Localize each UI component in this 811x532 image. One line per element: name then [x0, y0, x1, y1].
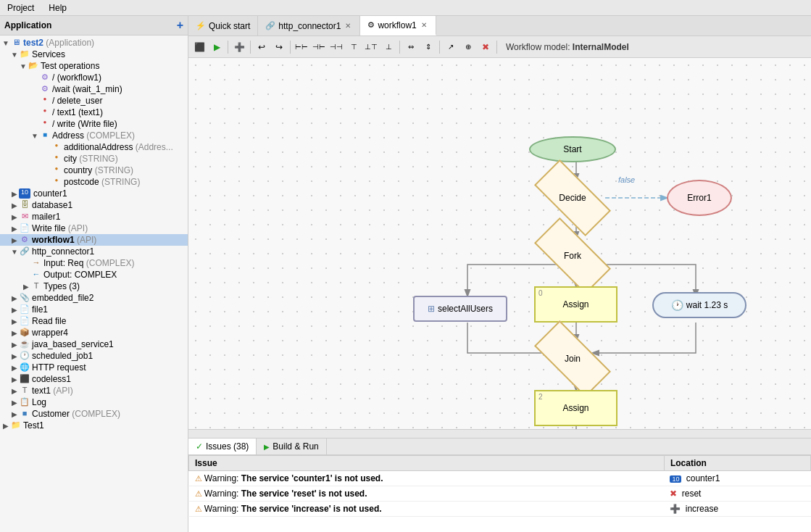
align-right-button[interactable]: ⊣⊣: [328, 39, 344, 55]
tree-item-city[interactable]: ● city (STRING): [0, 153, 188, 165]
node-fork[interactable]: Fork: [536, 238, 609, 274]
undo-button[interactable]: ↩: [254, 39, 270, 55]
tree-item-read-file[interactable]: ▶ 📄 Read file: [0, 315, 188, 327]
field-icon: ●: [51, 177, 62, 187]
close-workflow1-tab[interactable]: ✕: [420, 20, 428, 30]
chevron-right-icon: ▶: [10, 190, 19, 198]
tree-item-country[interactable]: ● country (STRING): [0, 165, 188, 176]
tree-item-file1[interactable]: ▶ 📄 file1: [0, 304, 188, 315]
add-element-button[interactable]: ➕: [231, 39, 247, 55]
select-button[interactable]: ⊕: [460, 39, 476, 55]
assign1-number: 0: [538, 289, 543, 297]
align-middle-button[interactable]: ⊥⊤: [363, 39, 379, 55]
node-join[interactable]: Join: [536, 341, 609, 377]
stop-button[interactable]: ⬛: [191, 39, 207, 55]
run-button[interactable]: ▶: [209, 39, 225, 55]
types-icon: T: [30, 281, 42, 291]
tree-item-database1[interactable]: ▶ 🗄 database1: [0, 199, 188, 211]
embed-icon: 📎: [19, 293, 30, 303]
menu-project[interactable]: Project: [4, 1, 37, 14]
menu-help[interactable]: Help: [46, 1, 70, 14]
chevron-right-icon: ▶: [1, 422, 10, 430]
issues-content: Issue Location ⚠ Warning: The service 'c…: [188, 455, 811, 532]
tree-item-postcode[interactable]: ● postcode (STRING): [0, 176, 188, 188]
node-select-all-users[interactable]: ⊞ selectAllUsers: [413, 296, 507, 322]
node-assign1-label: Assign: [562, 299, 589, 309]
tree-item-codeless1[interactable]: ▶ ⬛ codeless1: [0, 373, 188, 385]
issue-row-3[interactable]: ⚠ Warning: The service 'increase' is not…: [189, 502, 811, 517]
align-left-button[interactable]: ⊢⊢: [294, 39, 309, 55]
issue-row-2[interactable]: ⚠ Warning: The service 'reset' is not us…: [189, 486, 811, 502]
location-col-header: Location: [664, 456, 810, 471]
tab-issues[interactable]: ✓ Issues (38): [188, 439, 257, 454]
tree-item-test2[interactable]: ▼ 🖥 test2 (Application): [0, 37, 188, 49]
auto-route-button[interactable]: ↗: [443, 39, 459, 55]
node-wait-label: wait 1.23 s: [686, 300, 728, 310]
counter-location-icon: 10: [670, 475, 681, 483]
align-center-button[interactable]: ⊣⊢: [311, 39, 327, 55]
tree-item-workflow1[interactable]: ⚙ / (workflow1): [0, 72, 188, 83]
tree-item-counter1[interactable]: ▶ 10 counter1: [0, 188, 188, 199]
tree-item-await[interactable]: ⚙ /wait (wait_1_min): [0, 83, 188, 95]
add-button[interactable]: +: [177, 19, 183, 32]
left-panel-tree[interactable]: ▼ 🖥 test2 (Application) ▼ 📁 Services ▼ 📂…: [0, 36, 188, 532]
tree-item-delete-user[interactable]: ● / delete_user: [0, 95, 188, 107]
tree-item-text1[interactable]: ● / text1 (text1): [0, 107, 188, 118]
issue-row-1[interactable]: ⚠ Warning: The service 'counter1' is not…: [189, 471, 811, 486]
align-top-button[interactable]: ⊤: [346, 39, 362, 55]
align-bottom-button[interactable]: ⊥: [380, 39, 396, 55]
issues-table: Issue Location ⚠ Warning: The service 'c…: [188, 455, 811, 517]
main-layout: Application + ▼ 🖥 test2 (Application) ▼ …: [0, 16, 811, 532]
tree-item-additional-address[interactable]: ● additionalAddress (Addres...: [0, 141, 188, 153]
delete-button[interactable]: ✖: [478, 39, 494, 55]
tree-item-mailer1[interactable]: ▶ ✉ mailer1: [0, 211, 188, 223]
tree-item-address[interactable]: ▼ ■ Address (COMPLEX): [0, 130, 188, 141]
tree-item-write-file[interactable]: ▶ 📄 Write file (API): [0, 223, 188, 234]
diagram-area[interactable]: Start Decide false Error1: [188, 58, 811, 438]
distribute-v-button[interactable]: ⇕: [420, 39, 436, 55]
node-error1[interactable]: Error1: [667, 180, 732, 216]
tab-http-connector1[interactable]: 🔗 http_connector1 ✕: [258, 16, 360, 36]
tree-item-test-operations[interactable]: ▼ 📂 Test operations: [0, 60, 188, 72]
node-decide[interactable]: Decide: [536, 180, 609, 216]
issue-text-2: ⚠ Warning: The service 'reset' is not us…: [189, 486, 665, 502]
chevron-down-icon: ▼: [30, 132, 39, 140]
tree-item-input-req[interactable]: → Input: Req (COMPLEX): [0, 257, 188, 269]
distribute-h-button[interactable]: ⇔: [403, 39, 419, 55]
tab-workflow1-label: workflow1: [378, 20, 416, 30]
tree-item-text1-api[interactable]: ▶ T text1 (API): [0, 385, 188, 396]
chevron-right-icon: ▶: [10, 201, 19, 209]
tab-build-run[interactable]: ▶ Build & Run: [257, 439, 326, 454]
tree-item-http-request[interactable]: ▶ 🌐 HTTP request: [0, 362, 188, 373]
tree-item-output-complex[interactable]: ← Output: COMPLEX: [0, 269, 188, 280]
redo-button[interactable]: ↪: [271, 39, 287, 55]
node-assign1[interactable]: 0 Assign: [534, 286, 617, 323]
false-label: false: [618, 175, 635, 184]
chevron-right-icon: ▶: [10, 329, 19, 337]
tree-item-test1[interactable]: ▶ 📁 Test1: [0, 420, 188, 431]
tab-quick-start[interactable]: ⚡ Quick start: [188, 16, 258, 36]
tree-item-customer[interactable]: ▶ ■ Customer (COMPLEX): [0, 408, 188, 420]
chevron-right-icon: ▶: [10, 213, 19, 221]
tree-item-embedded-file2[interactable]: ▶ 📎 embedded_file2: [0, 292, 188, 304]
close-http-connector-tab[interactable]: ✕: [344, 21, 352, 30]
tree-item-write[interactable]: ● / write (Write file): [0, 118, 188, 130]
tree-item-types[interactable]: ▶ T Types (3): [0, 280, 188, 292]
node-assign2[interactable]: 2 Assign: [534, 390, 617, 426]
tree-item-http-connector1[interactable]: ▼ 🔗 http_connector1: [0, 246, 188, 257]
tree-item-workflow1-api[interactable]: ▶ ⚙ workflow1 (API): [0, 234, 188, 246]
node-assign2-label: Assign: [562, 403, 589, 413]
node-wait[interactable]: 🕐 wait 1.23 s: [652, 292, 746, 318]
reset-location-icon: ✖: [670, 489, 677, 499]
node-start[interactable]: Start: [529, 136, 616, 162]
h-scrollbar[interactable]: [188, 429, 811, 438]
tree-item-wrapper4[interactable]: ▶ 📦 wrapper4: [0, 327, 188, 338]
increase-location-icon: ➕: [670, 504, 681, 514]
tab-workflow1[interactable]: ⚙ workflow1 ✕: [360, 16, 436, 36]
tree-item-scheduled-job1[interactable]: ▶ 🕐 scheduled_job1: [0, 350, 188, 362]
tree-item-log[interactable]: ▶ 📋 Log: [0, 396, 188, 408]
chevron-right-icon: ▶: [10, 352, 19, 360]
tree-item-services[interactable]: ▼ 📁 Services: [0, 49, 188, 60]
customer-icon: ■: [19, 409, 30, 419]
tree-item-java-based[interactable]: ▶ ☕ java_based_service1: [0, 338, 188, 350]
